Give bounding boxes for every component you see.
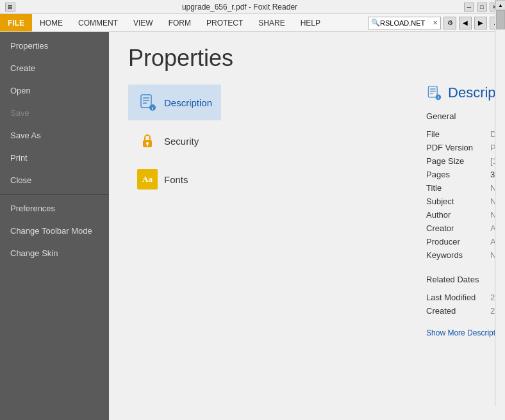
- field-label: Subject: [426, 195, 490, 208]
- field-label: Title: [426, 181, 490, 195]
- sidebar-item-print[interactable]: Print: [0, 147, 109, 169]
- props-layout: i Description Securi: [128, 85, 486, 337]
- prop-right-panel: i Description General File D:\Сайт\temp\…: [426, 85, 505, 337]
- forward-btn[interactable]: ▶: [474, 17, 487, 29]
- field-label: Producer: [426, 235, 490, 248]
- prop-item-security-label: Security: [164, 136, 199, 147]
- prop-panel-list: i Description Securi: [128, 85, 234, 337]
- table-row: Page Size [10.67 * 14.22 inch: [426, 154, 505, 168]
- svg-rect-0: [141, 95, 151, 108]
- field-label: Keywords: [426, 248, 490, 262]
- search-close-icon[interactable]: ✕: [433, 19, 438, 26]
- field-label: File: [426, 127, 490, 141]
- table-row: Author None: [426, 208, 505, 222]
- sidebar-item-create[interactable]: Create: [0, 57, 109, 79]
- sidebar-item-change-toolbar[interactable]: Change Toolbar Mode: [0, 220, 109, 242]
- main-layout: Properties Create Open Save Save As Prin…: [0, 32, 505, 420]
- table-row: Last Modified 2013-12-26 00:58:4: [426, 291, 505, 304]
- prop-item-description-label: Description: [164, 97, 212, 108]
- fonts-icon: Aa: [137, 169, 158, 190]
- table-row: Created 2013-12-26 00:58:5: [426, 304, 505, 318]
- table-row: Keywords None: [426, 248, 505, 262]
- table-row: Title None: [426, 181, 505, 195]
- table-row: Subject None: [426, 195, 505, 208]
- title-bar-text: upgrade_656_r.pdf - Foxit Reader: [15, 3, 464, 12]
- search-icon: 🔍: [371, 19, 380, 27]
- sidebar-item-change-skin[interactable]: Change Skin: [0, 242, 109, 264]
- show-more-container: Show More Description: [426, 328, 505, 337]
- show-more-description-link[interactable]: Show More Description: [426, 328, 505, 337]
- page-title: Properties: [128, 45, 486, 72]
- prop-item-fonts-label: Fonts: [164, 174, 188, 185]
- back-btn[interactable]: ◀: [459, 17, 472, 29]
- vertical-scrollbar[interactable]: ▲: [495, 32, 505, 406]
- menu-home[interactable]: HOME: [32, 14, 70, 31]
- menu-share[interactable]: SHARE: [251, 14, 292, 31]
- sidebar-item-save[interactable]: Save: [0, 102, 109, 124]
- sidebar-item-preferences[interactable]: Preferences: [0, 197, 109, 220]
- menu-help[interactable]: HELP: [293, 14, 328, 31]
- menu-view[interactable]: VIEW: [126, 14, 161, 31]
- resize-btn[interactable]: ⊞: [5, 3, 15, 12]
- description-title-icon: i: [426, 85, 442, 101]
- general-section-title: General: [426, 111, 505, 121]
- table-row: Pages 36: [426, 168, 505, 181]
- svg-rect-9: [428, 86, 437, 97]
- menu-bar: FILE HOME COMMENT VIEW FORM PROTECT SHAR…: [0, 14, 505, 32]
- field-label: Creator: [426, 222, 490, 235]
- svg-text:i: i: [152, 106, 153, 111]
- prop-right-title: i Description: [426, 85, 505, 101]
- svg-point-7: [146, 142, 149, 145]
- maximize-btn[interactable]: □: [477, 3, 487, 12]
- table-row: PDF Version PDF-1.7: [426, 141, 505, 154]
- related-dates-section-title: Related Dates: [426, 275, 505, 284]
- sidebar-item-open[interactable]: Open: [0, 79, 109, 102]
- sidebar-item-properties[interactable]: Properties: [0, 35, 109, 57]
- sidebar-item-close[interactable]: Close: [0, 169, 109, 191]
- main-content: Properties i De: [109, 32, 505, 420]
- field-label: Last Modified: [426, 291, 490, 304]
- menu-protect[interactable]: PROTECT: [199, 14, 251, 31]
- general-prop-table: File D:\Сайт\temp\rsloa PDF Version PDF-…: [426, 127, 505, 262]
- table-row: File D:\Сайт\temp\rsloa: [426, 127, 505, 141]
- search-box[interactable]: 🔍 ✕: [368, 17, 441, 29]
- menu-bar-right: 🔍 ✕ ⚙ ◀ ▶ ▲: [368, 14, 505, 31]
- section-divider: [426, 262, 505, 275]
- title-bar: ⊞ upgrade_656_r.pdf - Foxit Reader ─ □ ✕: [0, 0, 505, 14]
- minimize-btn[interactable]: ─: [464, 3, 474, 12]
- prop-item-fonts[interactable]: Aa Fonts: [128, 161, 221, 197]
- search-input[interactable]: [380, 19, 431, 27]
- prop-item-description[interactable]: i Description: [128, 85, 221, 120]
- field-label: Page Size: [426, 154, 490, 168]
- settings-btn[interactable]: ⚙: [443, 17, 456, 29]
- sidebar-separator: [0, 194, 109, 195]
- table-row: Producer Adobe PDF Library: [426, 235, 505, 248]
- menu-comment[interactable]: COMMENT: [70, 14, 126, 31]
- svg-text:i: i: [438, 95, 439, 100]
- related-dates-table: Last Modified 2013-12-26 00:58:4 Created…: [426, 291, 505, 318]
- description-icon: i: [137, 92, 158, 113]
- table-row: Creator Adobe InDesign CS: [426, 222, 505, 235]
- field-label: Author: [426, 208, 490, 222]
- prop-item-security[interactable]: Security: [128, 123, 221, 159]
- field-label: PDF Version: [426, 141, 490, 154]
- field-label: Created: [426, 304, 490, 318]
- sidebar: Properties Create Open Save Save As Prin…: [0, 32, 109, 420]
- sidebar-item-save-as[interactable]: Save As: [0, 124, 109, 147]
- menu-file[interactable]: FILE: [0, 14, 32, 31]
- field-label: Pages: [426, 168, 490, 181]
- menu-form[interactable]: FORM: [161, 14, 199, 31]
- security-icon: [137, 131, 158, 151]
